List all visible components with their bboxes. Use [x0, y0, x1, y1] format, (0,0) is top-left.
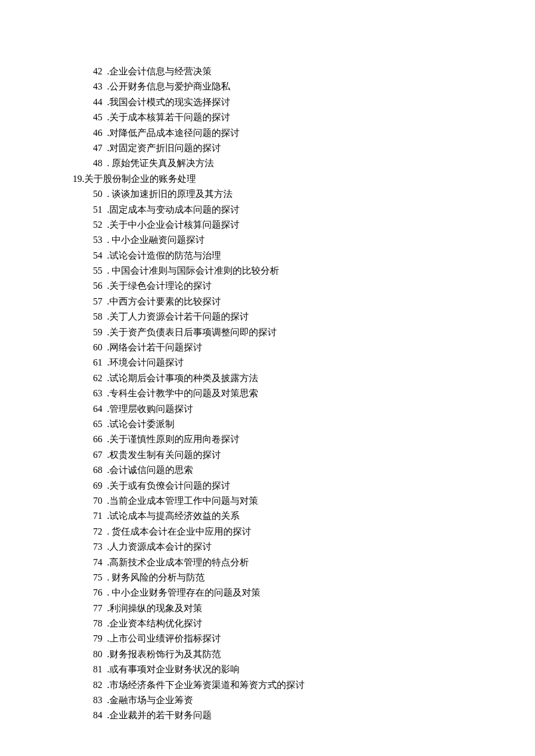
- list-item: 47 .对固定资产折旧问题的探讨: [73, 141, 535, 156]
- item-number: 73: [93, 539, 102, 554]
- item-title: 利润操纵的现象及对策: [109, 601, 202, 616]
- item-title: 试论期后会计事项的种类及披露方法: [109, 371, 258, 386]
- list-item: 84 .企业裁并的若干财务问题: [73, 708, 535, 723]
- item-number: 55: [93, 263, 102, 278]
- item-separator: .: [102, 232, 112, 248]
- item-separator: .: [102, 508, 109, 524]
- item-number: 68: [93, 463, 102, 478]
- item-number: 79: [93, 631, 102, 646]
- list-item: 60 .网络会计若干问题探讨: [73, 340, 535, 355]
- list-item: 73 .人力资源成本会计的探讨: [73, 539, 535, 554]
- item-number: 69: [93, 478, 102, 493]
- item-title: 环境会计问题探讨: [109, 355, 184, 370]
- item-title: 试论会计委派制: [109, 417, 174, 432]
- list-item: 59 .关于资产负债表日后事项调整问即的探讨: [73, 325, 535, 340]
- item-number: 48: [93, 156, 102, 171]
- item-title: 市场经济条件下企业筹资渠道和筹资方式的探讨: [109, 678, 305, 693]
- item-title: 固定成本与变动成本问题的探讨: [109, 202, 240, 217]
- list-item: 80 .财务报表粉饰行为及其防范: [73, 647, 535, 662]
- item-number: 52: [93, 217, 102, 232]
- list-item: 72 . 货任成本会计在企业中应用的探讨: [73, 524, 535, 539]
- list-item: 82 .市场经济条件下企业筹资渠道和筹资方式的探讨: [73, 678, 535, 693]
- item-title: 公开财务信息与爱护商业隐私: [109, 79, 230, 94]
- item-title: 关于绿色会计理论的探讨: [109, 278, 212, 293]
- item-separator: .: [102, 402, 109, 417]
- item-number: 70: [93, 493, 102, 508]
- item-title: 会计诚信问题的思索: [109, 463, 193, 478]
- item-separator: .: [102, 616, 109, 631]
- item-number: 76: [93, 585, 102, 600]
- item-title: 企业裁并的若干财务问题: [109, 708, 212, 723]
- list-item: 78 .企业资本结构优化探讨: [73, 616, 535, 631]
- item-number: 67: [93, 447, 102, 463]
- item-number: 77: [93, 601, 102, 616]
- list-item: 81 .或有事项对企业财务状况的影响: [73, 662, 535, 677]
- list-item: 66 .关于谨慎性原则的应用向卷探讨: [73, 432, 535, 447]
- item-title: 关于中小企业会计核算问题探讨: [109, 217, 240, 232]
- list-item: 71 .试论成本与提高经济效益的关系: [73, 508, 535, 524]
- item-separator: .: [102, 631, 109, 646]
- item-title: 中小企业财务管理存在的问题及对策: [112, 585, 261, 600]
- item-number: 46: [93, 126, 102, 141]
- item-separator: .: [102, 355, 109, 370]
- item-number: 66: [93, 432, 102, 447]
- item-separator: .: [102, 126, 109, 141]
- list-item: 19.关于股份制企业的账务处理: [73, 171, 535, 187]
- item-title: 原始凭证失真及解决方法: [112, 156, 214, 171]
- item-title: 管理层收购问题探讨: [109, 402, 193, 417]
- item-title: 谈谈加速折旧的原理及其方法: [112, 187, 233, 202]
- item-title: 网络会计若干问题探讨: [109, 340, 202, 355]
- item-number: 60: [93, 340, 102, 355]
- item-separator: .: [102, 662, 109, 677]
- item-separator: .: [102, 340, 109, 355]
- item-separator: .: [102, 708, 109, 723]
- item-separator: .: [102, 493, 109, 508]
- item-separator: .: [102, 217, 109, 232]
- item-title: 中西方会计要素的比较探讨: [109, 294, 221, 309]
- item-number: 75: [93, 570, 102, 585]
- item-separator: .: [102, 309, 109, 324]
- item-number: 44: [93, 95, 102, 110]
- item-number: 19.: [73, 171, 84, 187]
- list-item: 70 .当前企业成本管理工作中问题与对策: [73, 493, 535, 508]
- item-number: 58: [93, 309, 102, 324]
- list-item: 79 .上市公司业绩评价指标探讨: [73, 631, 535, 646]
- list-item: 63 .专科生会计教学中的问题及对策思索: [73, 386, 535, 401]
- item-title: 关于成本核算若干问题的探讨: [109, 110, 230, 125]
- item-number: 59: [93, 325, 102, 340]
- item-title: 关丁人力资源会计若干问题的探讨: [109, 309, 249, 324]
- item-number: 62: [93, 371, 102, 386]
- item-number: 82: [93, 678, 102, 693]
- item-title: 企业会计信息与经营决策: [109, 64, 212, 79]
- item-separator: .: [102, 64, 109, 79]
- item-number: 54: [93, 248, 102, 263]
- item-title: 当前企业成本管理工作中问题与对策: [109, 493, 258, 508]
- item-number: 80: [93, 647, 102, 662]
- item-separator: .: [102, 386, 109, 401]
- item-title: 关于股份制企业的账务处理: [84, 171, 196, 187]
- list-item: 53 . 中小企业融资问题探讨: [73, 232, 535, 248]
- item-title: 对降低产品成本途径问题的探讨: [109, 126, 240, 141]
- item-separator: .: [102, 463, 109, 478]
- item-title: 财务报表粉饰行为及其防范: [109, 647, 221, 662]
- item-separator: .: [102, 678, 109, 693]
- item-separator: .: [102, 371, 109, 386]
- item-number: 45: [93, 110, 102, 125]
- item-title: 试论成本与提高经济效益的关系: [109, 508, 240, 524]
- item-title: 金融市场与企业筹资: [109, 693, 193, 708]
- list-item: 52 .关于中小企业会计核算问题探讨: [73, 217, 535, 232]
- item-separator: .: [102, 539, 109, 554]
- item-separator: .: [102, 95, 109, 110]
- item-separator: .: [102, 202, 109, 217]
- item-title: 或有事项对企业财务状况的影响: [109, 662, 240, 677]
- item-title: 人力资源成本会计的探讨: [109, 539, 212, 554]
- item-separator: .: [102, 555, 109, 570]
- list-item: 64 .管理层收购问题探讨: [73, 402, 535, 417]
- item-separator: .: [102, 294, 109, 309]
- list-item: 44 .我国会计模式的现实选择探讨: [73, 95, 535, 110]
- list-item: 55 . 中国会计准则与国际会计准则的比较分析: [73, 263, 535, 278]
- item-title: 上市公司业绩评价指标探讨: [109, 631, 221, 646]
- item-title: 关于谨慎性原则的应用向卷探讨: [109, 432, 240, 447]
- item-number: 83: [93, 693, 102, 708]
- item-title: 企业资本结构优化探讨: [109, 616, 202, 631]
